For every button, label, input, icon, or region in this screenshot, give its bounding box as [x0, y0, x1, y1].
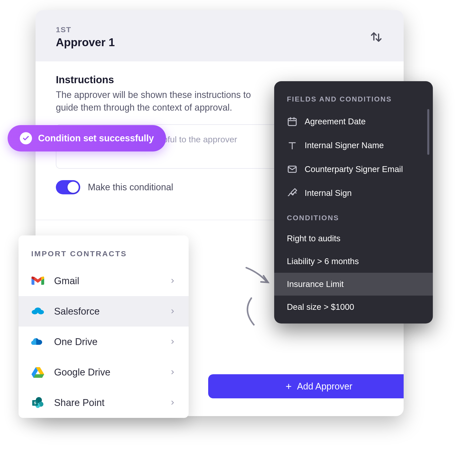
import-item-label: Google Drive: [54, 367, 160, 378]
import-item-label: Share Point: [54, 397, 160, 408]
arrow-sketch-icon: [244, 265, 277, 329]
sharepoint-icon: S: [31, 396, 44, 409]
calendar-icon: [287, 116, 298, 127]
mail-icon: [287, 164, 298, 175]
condition-item[interactable]: Insurance Limit: [274, 273, 433, 296]
import-item-salesforce[interactable]: Salesforce: [19, 296, 189, 327]
import-item-label: Salesforce: [54, 306, 160, 317]
plus-icon: [285, 383, 292, 390]
import-item-label: Gmail: [54, 276, 160, 286]
sort-arrows-icon[interactable]: [369, 30, 383, 44]
onedrive-icon: [31, 335, 44, 348]
import-contracts-title: IMPORT CONTRACTS: [19, 249, 189, 266]
import-contracts-panel: IMPORT CONTRACTS Gmail Salesforce One Dr…: [19, 235, 189, 418]
import-item-googledrive[interactable]: Google Drive: [19, 357, 189, 387]
conditions-title: CONDITIONS: [274, 205, 433, 227]
field-label: Agreement Date: [305, 117, 366, 126]
chevron-right-icon: [169, 338, 176, 345]
import-item-sharepoint[interactable]: S Share Point: [19, 387, 189, 418]
import-item-gmail[interactable]: Gmail: [19, 266, 189, 296]
field-item-counterparty-signer-email[interactable]: Counterparty Signer Email: [274, 157, 433, 181]
field-label: Internal Sign: [305, 188, 352, 198]
salesforce-icon: [31, 305, 44, 318]
approver-header-text: 1ST Approver 1: [56, 25, 115, 49]
import-item-onedrive[interactable]: One Drive: [19, 327, 189, 357]
svg-rect-11: [288, 118, 296, 126]
chevron-right-icon: [169, 308, 176, 315]
gmail-icon: [31, 274, 44, 287]
scrollbar[interactable]: [427, 109, 429, 155]
chevron-right-icon: [169, 278, 176, 284]
toggle-knob: [68, 182, 79, 193]
import-item-label: One Drive: [54, 336, 160, 347]
signature-icon: [287, 188, 298, 198]
svg-text:S: S: [34, 401, 36, 405]
approver-ordinal: 1ST: [56, 25, 115, 34]
googledrive-icon: [31, 366, 44, 379]
conditional-toggle[interactable]: [56, 180, 80, 194]
approver-card-header: 1ST Approver 1: [36, 10, 404, 61]
approver-title: Approver 1: [56, 36, 115, 49]
svg-point-2: [38, 310, 44, 314]
fields-conditions-title: FIELDS AND CONDITIONS: [274, 95, 433, 110]
add-approver-label: Add Approver: [297, 381, 352, 392]
check-circle-icon: [20, 132, 32, 144]
toast-message: Condition set successfully: [38, 133, 154, 144]
field-label: Internal Signer Name: [305, 141, 384, 150]
chevron-right-icon: [169, 399, 176, 406]
success-toast: Condition set successfully: [8, 125, 166, 151]
field-item-internal-sign[interactable]: Internal Sign: [274, 181, 433, 205]
add-approver-button[interactable]: Add Approver: [208, 374, 404, 398]
condition-item[interactable]: Liability > 6 months: [274, 250, 433, 273]
condition-item[interactable]: Right to audits: [274, 227, 433, 250]
text-icon: [287, 140, 298, 151]
fields-conditions-panel: FIELDS AND CONDITIONS Agreement Date Int…: [274, 81, 433, 323]
chevron-right-icon: [169, 369, 176, 376]
field-label: Counterparty Signer Email: [305, 164, 403, 174]
conditional-toggle-label: Make this conditional: [88, 182, 173, 193]
instructions-description: The approver will be shown these instruc…: [56, 89, 272, 114]
field-item-agreement-date[interactable]: Agreement Date: [274, 110, 433, 133]
field-item-internal-signer-name[interactable]: Internal Signer Name: [274, 133, 433, 157]
condition-item[interactable]: Deal size > $1000: [274, 296, 433, 318]
